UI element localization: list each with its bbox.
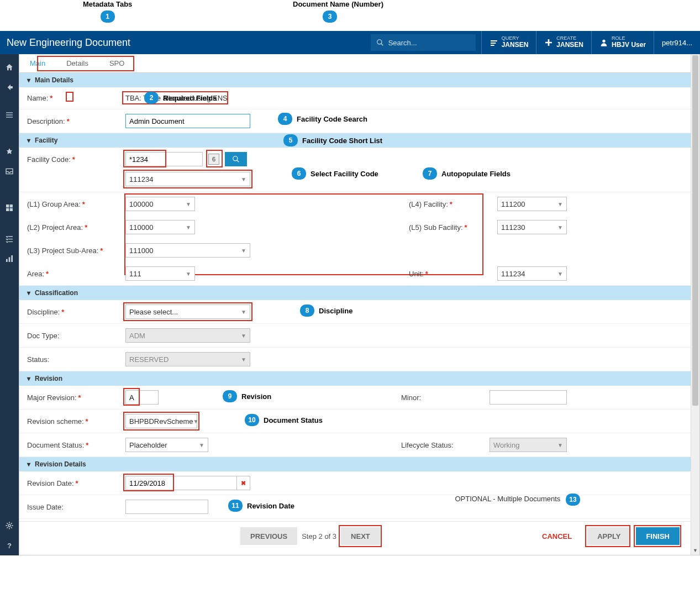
- sidebar-chart[interactable]: [0, 249, 19, 269]
- checklist-icon: [5, 234, 14, 243]
- chevron-down-icon: ▼: [241, 309, 246, 315]
- finish-button[interactable]: FINISH: [636, 527, 680, 545]
- close-icon: ✖: [241, 480, 246, 487]
- app-shell: Metadata Tabs 1 Document Name (Number) 3…: [0, 0, 700, 578]
- tab-main[interactable]: Main: [19, 54, 56, 72]
- section-classification[interactable]: ▾ Classification: [19, 286, 691, 300]
- chevron-down-icon: ▼: [186, 224, 191, 230]
- tab-row: Main Details SPO: [19, 54, 691, 73]
- select-l4[interactable]: 111200▼: [497, 197, 567, 211]
- sidebar-pin[interactable]: [0, 141, 19, 161]
- facility-search-button[interactable]: [225, 152, 247, 166]
- chevron-down-icon: ▼: [557, 224, 563, 230]
- caret-down-icon: ▾: [27, 289, 30, 297]
- section-main-details[interactable]: ▾ Main Details: [19, 73, 691, 87]
- global-search[interactable]: [371, 34, 476, 51]
- chevron-down-icon: ▼: [557, 442, 563, 448]
- svg-rect-8: [6, 117, 13, 117]
- svg-rect-11: [6, 208, 9, 211]
- page-title: New Engineering Document: [4, 37, 130, 49]
- svg-rect-15: [11, 255, 13, 262]
- row-l1: (L1) Group Area:* 100000▼ (L4) Facility:…: [19, 192, 691, 216]
- select-lifecycle: Working▼: [490, 438, 567, 452]
- input-major-rev[interactable]: [125, 390, 159, 405]
- topbar-query[interactable]: QUERY JANSEN: [481, 31, 536, 54]
- search-input[interactable]: [388, 39, 466, 47]
- scrollbar[interactable]: ▼: [691, 54, 699, 555]
- tab-spo[interactable]: SPO: [99, 54, 135, 72]
- row-name: Name: * TBA: To be allocated using ENS 2…: [19, 87, 691, 109]
- input-minor[interactable]: [490, 390, 567, 405]
- select-area[interactable]: 111▼: [125, 266, 195, 281]
- caret-down-icon: ▾: [27, 375, 30, 382]
- row-discipline: Discipline:* Please select...▼ 8 Discipl…: [19, 300, 691, 324]
- svg-line-18: [237, 160, 239, 162]
- plus-icon: [544, 38, 553, 47]
- sidebar-settings[interactable]: [0, 516, 19, 536]
- select-l2[interactable]: 110000▼: [125, 220, 195, 234]
- chevron-down-icon: ▼: [186, 271, 191, 277]
- highlight-name-req: [66, 92, 73, 102]
- row-doc-type: Doc Type: ADM▼: [19, 324, 691, 348]
- scrollbar-down[interactable]: ▼: [691, 546, 699, 555]
- input-issue-date[interactable]: [125, 500, 208, 514]
- svg-rect-12: [10, 208, 13, 211]
- section-facility[interactable]: ▾ Facility 5 Facility Code Short List: [19, 133, 691, 148]
- sidebar-back[interactable]: [0, 77, 19, 97]
- tab-details[interactable]: Details: [56, 54, 99, 72]
- row-description: Description: * 4 Facility Code Search: [19, 109, 691, 133]
- select-l5[interactable]: 111230▼: [497, 220, 567, 234]
- inbox-icon: [5, 167, 14, 176]
- svg-point-17: [233, 156, 238, 161]
- select-discipline[interactable]: Please select...▼: [125, 305, 250, 319]
- step-indicator: Step 2 of 3: [302, 532, 336, 540]
- input-description[interactable]: [125, 114, 250, 128]
- row-doc-status: Document Status:* Placeholder▼ Lifecycle…: [19, 433, 691, 457]
- facility-result-count: 6: [208, 154, 219, 165]
- sidebar: ?: [0, 54, 19, 555]
- select-l3[interactable]: 111000▼: [125, 243, 250, 258]
- row-l3: (L3) Project Sub-Area:* 111000▼: [19, 239, 691, 262]
- select-doc-status[interactable]: Placeholder▼: [125, 438, 208, 452]
- section-revision-details[interactable]: ▾ Revision Details: [19, 457, 691, 471]
- next-button[interactable]: NEXT: [341, 527, 380, 545]
- svg-line-1: [381, 44, 383, 46]
- query-icon: [490, 38, 498, 47]
- sidebar-help[interactable]: ?: [0, 536, 19, 555]
- scrollbar-thumb[interactable]: [692, 55, 698, 406]
- chart-icon: [5, 254, 14, 263]
- main-area: ? ▼ Main Details SPO ▾ Main Details: [0, 54, 700, 555]
- gear-icon: [5, 521, 14, 530]
- wizard-nav: PREVIOUS Step 2 of 3 NEXT: [240, 527, 380, 545]
- topbar-user[interactable]: petr914...: [654, 31, 700, 54]
- input-facility-search[interactable]: [125, 152, 203, 166]
- chevron-down-icon: ▼: [241, 333, 246, 339]
- sidebar-grid[interactable]: [0, 198, 19, 218]
- select-rev-scheme[interactable]: BHPBDRevScheme▼: [125, 414, 197, 428]
- search-icon: [376, 39, 384, 46]
- row-rev-scheme: Revision scheme:* BHPBDRevScheme▼ 10 Doc…: [19, 410, 691, 433]
- topbar-role[interactable]: ROLE HBJV User: [591, 31, 654, 54]
- select-unit[interactable]: 111234▼: [497, 266, 567, 281]
- sidebar-home[interactable]: [0, 57, 19, 77]
- row-status: Status: RESERVED▼: [19, 348, 691, 371]
- user-icon: [599, 38, 608, 47]
- select-l1[interactable]: 100000▼: [125, 197, 195, 211]
- apply-button[interactable]: APPLY: [587, 527, 630, 545]
- chevron-down-icon: ▼: [557, 271, 563, 277]
- caret-down-icon: ▾: [27, 137, 30, 144]
- section-revision[interactable]: ▾ Revision: [19, 371, 691, 386]
- row-rev-date: Revision Date:* ✖ OPTIONAL - Multiple Do…: [19, 471, 691, 495]
- footer-bar: PREVIOUS Step 2 of 3 NEXT CANCEL APPLY F…: [19, 521, 691, 555]
- input-rev-date[interactable]: [125, 476, 237, 490]
- select-facility-code[interactable]: 111234 ▼: [125, 172, 250, 186]
- cancel-button[interactable]: CANCEL: [532, 527, 582, 545]
- callout-11: 11 Revision Date: [228, 500, 294, 512]
- clear-date-button[interactable]: ✖: [237, 476, 250, 490]
- sidebar-tasks[interactable]: [0, 229, 19, 249]
- previous-button[interactable]: PREVIOUS: [240, 527, 297, 545]
- topbar-create[interactable]: CREATE JANSEN: [536, 31, 591, 54]
- svg-rect-4: [491, 45, 494, 46]
- sidebar-list[interactable]: [0, 105, 19, 125]
- sidebar-inbox[interactable]: [0, 161, 19, 181]
